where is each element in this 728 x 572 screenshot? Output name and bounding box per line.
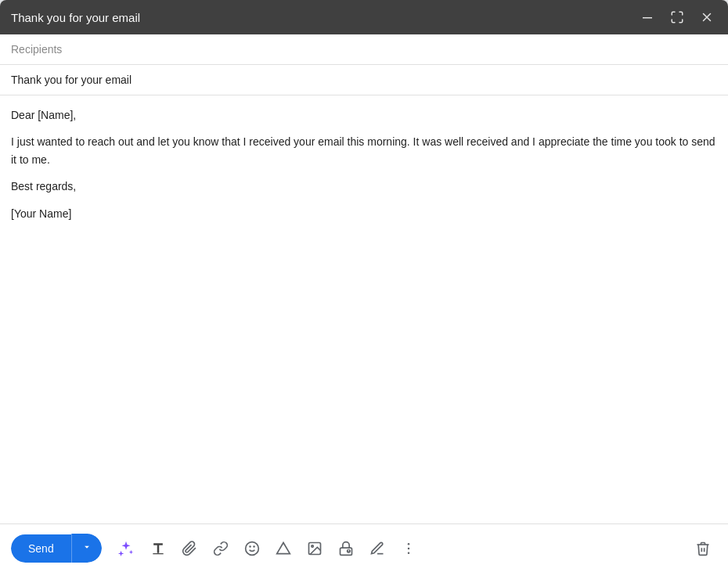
compose-toolbar: Send [0,523,728,572]
more-vert-icon [401,541,416,556]
attach-icon [182,541,197,556]
send-button-group: Send [11,534,102,563]
svg-point-10 [407,547,409,549]
emoji-icon [244,541,260,556]
close-icon [700,10,714,24]
recipients-field[interactable]: Recipients [0,34,728,65]
svg-point-5 [312,545,314,547]
send-dropdown-button[interactable] [71,534,102,563]
body-signature: [Your Name] [11,205,717,222]
link-icon [213,541,229,556]
maximize-button[interactable] [667,7,687,27]
signature-button[interactable] [363,536,391,561]
drive-icon [276,541,291,556]
emoji-button[interactable] [238,536,266,561]
compose-window: Thank you for your email Recipients [0,0,728,572]
subject-value: Thank you for your email [11,74,132,86]
body-paragraph1: I just wanted to reach out and let you k… [11,133,717,168]
svg-point-8 [348,552,349,552]
delete-icon [695,541,711,556]
confidential-button[interactable] [332,536,360,561]
body-closing: Best regards, [11,178,717,195]
svg-point-9 [407,542,409,545]
subject-field[interactable]: Thank you for your email [0,65,728,95]
compose-header: Thank you for your email [0,0,728,34]
maximize-icon [670,10,684,24]
more-options-button[interactable] [395,536,423,561]
close-button[interactable] [697,7,717,27]
pen-icon [369,541,385,556]
attach-button[interactable] [175,536,204,561]
lock-icon [338,541,354,556]
format-text-icon [150,541,166,556]
ai-assist-button[interactable] [111,535,141,562]
compose-title: Thank you for your email [11,11,140,24]
sparkle-icon [117,540,135,557]
header-actions [637,7,717,27]
svg-point-11 [407,552,409,554]
svg-point-1 [245,541,258,555]
photo-icon [307,541,323,556]
delete-button[interactable] [689,536,717,561]
insert-link-button[interactable] [207,536,235,561]
drive-button[interactable] [269,536,297,561]
minimize-button[interactable] [637,7,658,27]
format-text-button[interactable] [144,536,172,561]
minimize-icon [640,10,654,24]
insert-photo-button[interactable] [301,536,329,561]
recipients-placeholder: Recipients [11,43,62,56]
chevron-down-icon [81,541,92,552]
send-button[interactable]: Send [11,534,71,563]
compose-body[interactable]: Dear [Name], I just wanted to reach out … [0,95,728,523]
body-greeting: Dear [Name], [11,106,717,124]
